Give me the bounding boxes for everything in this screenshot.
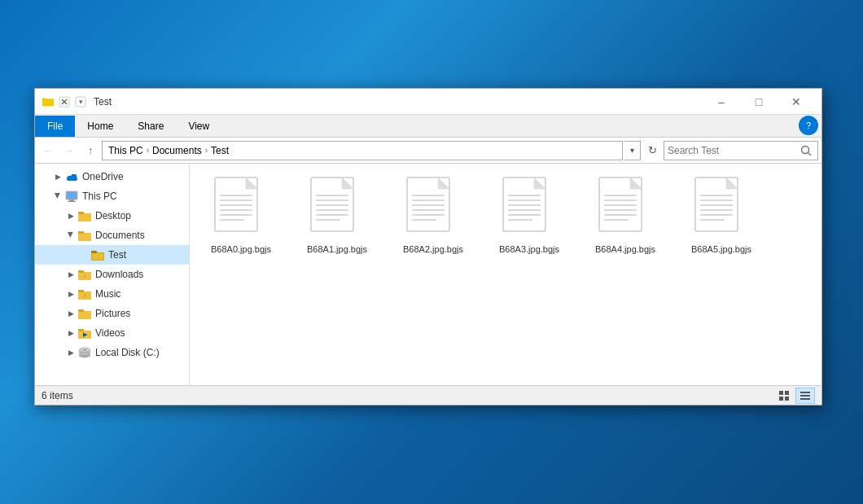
main-content: ▶ OneDrive ▶ xyxy=(35,164,821,385)
path-arrow-1: › xyxy=(147,146,149,155)
expand-arrow-desktop: ▶ xyxy=(64,209,77,222)
sidebar-item-localdisk[interactable]: ▶ Local Disk (C:) xyxy=(35,343,189,362)
sidebar-item-onedrive[interactable]: ▶ OneDrive xyxy=(35,167,189,186)
sidebar-label-thispc: This PC xyxy=(82,191,117,202)
status-item-count: 6 items xyxy=(42,390,73,401)
documents-icon xyxy=(77,228,92,243)
file-name: B68A3.jpg.bgjs xyxy=(499,244,559,254)
tab-share[interactable]: Share xyxy=(125,116,176,137)
sidebar-item-downloads[interactable]: ▶ ↓ Downloads xyxy=(35,265,189,284)
view-buttons xyxy=(774,388,815,404)
status-bar: 6 items xyxy=(35,385,821,405)
sidebar-item-test[interactable]: ▶ Test xyxy=(35,245,189,265)
sidebar: ▶ OneDrive ▶ xyxy=(35,164,190,385)
svg-text:↓: ↓ xyxy=(84,274,86,278)
address-dropdown[interactable]: ▾ xyxy=(624,141,641,160)
title-bar-icons: ▾ xyxy=(42,96,87,107)
close-button[interactable]: ✕ xyxy=(778,89,815,115)
expand-arrow-pictures: ▶ xyxy=(64,307,77,320)
file-name: B68A0.jpg.bgjs xyxy=(211,244,271,254)
sidebar-label-desktop: Desktop xyxy=(95,210,131,221)
list-view-button[interactable] xyxy=(795,388,815,404)
file-name: B68A5.jpg.bgjs xyxy=(691,244,751,254)
svg-rect-85 xyxy=(800,398,810,400)
svg-rect-17 xyxy=(78,233,91,241)
sidebar-label-pictures: Pictures xyxy=(95,308,130,319)
maximize-button[interactable]: □ xyxy=(740,89,778,115)
expand-arrow-downloads: ▶ xyxy=(64,268,77,281)
sidebar-label-documents: Documents xyxy=(95,230,145,241)
svg-rect-83 xyxy=(800,392,810,393)
expand-arrow-localdisk: ▶ xyxy=(64,346,77,359)
svg-rect-82 xyxy=(785,397,789,401)
file-item[interactable]: B68A5.jpg.bgjs xyxy=(677,170,766,260)
svg-rect-18 xyxy=(78,231,84,234)
sidebar-item-desktop[interactable]: ▶ Desktop xyxy=(35,206,189,226)
svg-rect-81 xyxy=(779,397,783,401)
minimize-button[interactable]: – xyxy=(703,89,740,115)
explorer-window: ▾ Test – □ ✕ File Home Share View ? ← → … xyxy=(34,88,822,405)
forward-button[interactable]: → xyxy=(59,141,79,160)
svg-text:♪: ♪ xyxy=(83,292,86,298)
sidebar-label-downloads: Downloads xyxy=(95,269,143,280)
svg-line-10 xyxy=(808,152,812,156)
sidebar-label-localdisk: Local Disk (C:) xyxy=(95,347,160,358)
file-item[interactable]: B68A3.jpg.bgjs xyxy=(484,170,574,260)
title-bar: ▾ Test – □ ✕ xyxy=(35,89,821,115)
file-grid: B68A0.jpg.bgjs B68A1.jpg.bgjs xyxy=(196,170,815,260)
up-button[interactable]: ↑ xyxy=(81,141,100,160)
sidebar-item-documents[interactable]: ▶ Documents xyxy=(35,226,189,245)
file-name: B68A4.jpg.bgjs xyxy=(595,244,655,254)
svg-rect-23 xyxy=(78,270,84,273)
tab-file[interactable]: File xyxy=(35,116,75,137)
sidebar-label-music: Music xyxy=(95,288,120,300)
sidebar-item-music[interactable]: ▶ ♪ Music xyxy=(35,284,189,304)
search-button[interactable] xyxy=(798,142,814,159)
path-documents[interactable]: Documents xyxy=(150,144,204,157)
expand-arrow-thispc: ▶ xyxy=(51,189,64,202)
file-item[interactable]: B68A0.jpg.bgjs xyxy=(196,170,286,260)
file-item[interactable]: B68A1.jpg.bgjs xyxy=(292,170,382,260)
tab-view[interactable]: View xyxy=(176,116,221,137)
sidebar-label-onedrive: OneDrive xyxy=(82,171,124,182)
path-test[interactable]: Test xyxy=(208,144,231,157)
path-thispc[interactable]: This PC xyxy=(106,144,146,157)
svg-rect-16 xyxy=(78,212,84,214)
sidebar-item-thispc[interactable]: ▶ This PC xyxy=(35,186,189,206)
grid-view-button[interactable] xyxy=(774,388,794,404)
file-item[interactable]: B68A4.jpg.bgjs xyxy=(580,170,670,260)
music-icon: ♪ xyxy=(77,287,92,301)
address-path: This PC › Documents › Test xyxy=(102,141,623,160)
title-arrow-icon: ▾ xyxy=(74,96,87,107)
pictures-icon xyxy=(77,306,92,321)
onedrive-icon xyxy=(64,169,79,184)
thispc-icon xyxy=(64,189,79,204)
svg-point-36 xyxy=(83,349,86,351)
svg-rect-12 xyxy=(67,192,77,199)
file-area: B68A0.jpg.bgjs B68A1.jpg.bgjs xyxy=(190,164,821,385)
search-box xyxy=(664,141,818,160)
svg-rect-14 xyxy=(68,201,76,202)
sidebar-item-pictures[interactable]: ▶ Pictures xyxy=(35,304,189,323)
svg-rect-20 xyxy=(91,251,97,253)
refresh-button[interactable]: ↻ xyxy=(642,141,662,160)
svg-rect-28 xyxy=(78,311,91,319)
svg-rect-29 xyxy=(78,309,84,312)
svg-rect-79 xyxy=(779,391,783,395)
title-pin-icon xyxy=(58,96,71,107)
search-input[interactable] xyxy=(668,145,798,156)
tab-home[interactable]: Home xyxy=(75,116,125,137)
file-item[interactable]: B68A2.jpg.bgjs xyxy=(388,170,478,260)
svg-rect-80 xyxy=(785,391,789,395)
svg-rect-13 xyxy=(69,199,74,201)
help-button[interactable]: ? xyxy=(799,116,818,135)
ribbon-tabs: File Home Share View ? xyxy=(35,115,821,138)
sidebar-label-videos: Videos xyxy=(95,327,125,339)
path-arrow-2: › xyxy=(205,146,208,155)
localdisk-icon xyxy=(77,345,92,360)
file-name: B68A1.jpg.bgjs xyxy=(307,244,367,254)
sidebar-item-videos[interactable]: ▶ ▶ Videos xyxy=(35,323,189,343)
back-button[interactable]: ← xyxy=(38,141,58,160)
window-controls: – □ ✕ xyxy=(703,89,815,115)
title-folder-icon xyxy=(42,96,55,107)
